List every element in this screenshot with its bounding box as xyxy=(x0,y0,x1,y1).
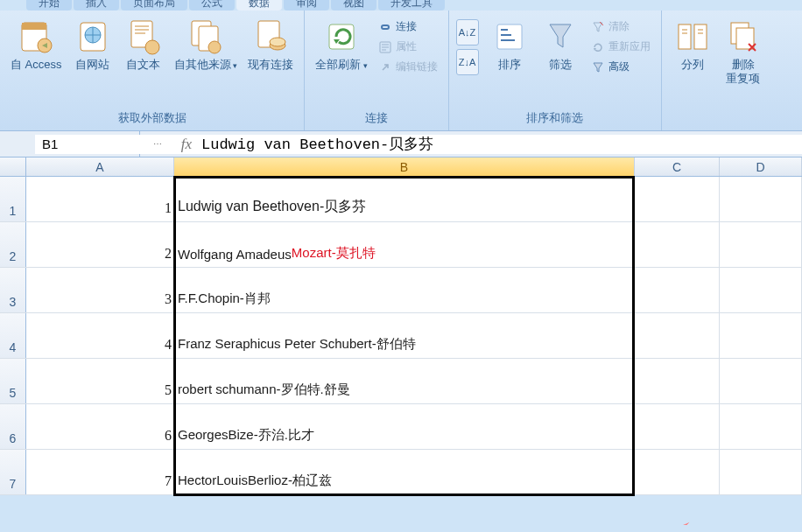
cell-D2[interactable] xyxy=(720,222,802,267)
name-box[interactable]: ▼ xyxy=(0,131,140,157)
svg-rect-16 xyxy=(679,24,691,49)
row-header-5[interactable]: 5 xyxy=(0,359,26,403)
text-to-columns-button[interactable]: 分列 xyxy=(669,14,716,74)
select-all-corner[interactable] xyxy=(0,158,26,176)
chevron-down-icon: ▾ xyxy=(231,61,238,70)
text-icon xyxy=(126,18,161,56)
tab-layout[interactable]: 页面布局 xyxy=(121,0,187,10)
from-other-button[interactable]: 自其他来源 ▾ xyxy=(171,14,242,74)
reapply-button[interactable]: 重新应用 xyxy=(587,38,654,56)
reapply-icon xyxy=(591,40,605,54)
tab-formulas[interactable]: 公式 xyxy=(189,0,235,10)
col-header-A[interactable]: A xyxy=(26,158,174,176)
tab-dev[interactable]: 开发工具 xyxy=(378,0,445,10)
column-headers: A B C D xyxy=(0,158,802,177)
tab-data[interactable]: 数据 xyxy=(236,0,282,10)
cell-B6[interactable]: GeorgesBize-乔治.比才 xyxy=(174,404,635,449)
cell-C3[interactable] xyxy=(635,268,720,312)
filter-button[interactable]: 筛选 xyxy=(537,14,584,74)
cell-C5[interactable] xyxy=(635,359,720,403)
cell-A3[interactable]: 3 xyxy=(26,268,174,312)
tab-insert[interactable]: 插入 xyxy=(74,0,119,10)
other-sources-icon xyxy=(188,18,223,56)
col-header-B[interactable]: B xyxy=(174,158,635,176)
clear-filter-button[interactable]: 清除 xyxy=(587,18,654,36)
sort-az-button[interactable]: A↓Z xyxy=(456,19,479,46)
cell-B4[interactable]: Franz Seraphicus Peter Schubert-舒伯特 xyxy=(174,313,635,358)
existing-connections-button[interactable]: 现有连接 xyxy=(244,14,297,74)
cell-B3[interactable]: F.F.Chopin-肖邦 xyxy=(174,268,635,312)
cell-D3[interactable] xyxy=(720,268,802,312)
clear-icon xyxy=(591,20,605,34)
cell-A5[interactable]: 5 xyxy=(26,359,174,403)
tab-view[interactable]: 视图 xyxy=(331,0,376,10)
cell-D4[interactable] xyxy=(720,313,802,358)
cell-D5[interactable] xyxy=(720,359,802,403)
cell-B1[interactable]: Ludwig van Beethoven-贝多芬 xyxy=(174,177,635,221)
from-access-button[interactable]: 自 Access xyxy=(7,14,66,74)
properties-icon xyxy=(378,40,392,54)
group-get-external-data: 自 Access 自网站 自文本 自其他来源 ▾ 现有连接 获取外部数据 xyxy=(0,10,305,130)
sort-button[interactable]: 排序 xyxy=(486,14,533,74)
group-label-sort: 排序和筛选 xyxy=(456,107,654,128)
row-header-4[interactable]: 4 xyxy=(0,313,26,358)
from-web-button[interactable]: 自网站 xyxy=(69,14,116,74)
access-icon xyxy=(18,18,53,56)
row-header-1[interactable]: 1 xyxy=(0,177,26,221)
formula-expand-button[interactable]: ⋯ xyxy=(140,139,175,149)
row-3: 33F.F.Chopin-肖邦 xyxy=(0,268,802,313)
row-header-3[interactable]: 3 xyxy=(0,268,26,312)
col-header-D[interactable]: D xyxy=(720,158,802,176)
cell-A4[interactable]: 4 xyxy=(26,313,174,358)
tab-review[interactable]: 审阅 xyxy=(284,0,329,10)
edit-links-button[interactable]: 编辑链接 xyxy=(375,58,441,76)
formula-input[interactable] xyxy=(198,135,802,154)
group-data-tools: 分列 删除 重复项 xyxy=(662,10,774,130)
cell-A7[interactable]: 7 xyxy=(26,450,174,494)
col-header-C[interactable]: C xyxy=(635,158,720,176)
from-text-button[interactable]: 自文本 xyxy=(120,14,167,74)
svg-rect-15 xyxy=(497,24,522,49)
svg-point-12 xyxy=(270,38,285,46)
row-header-6[interactable]: 6 xyxy=(0,404,26,449)
sort-icon xyxy=(492,18,527,56)
row-5: 55robert schumann-罗伯特.舒曼 xyxy=(0,359,802,404)
cell-A1[interactable]: 1 xyxy=(26,177,174,221)
formula-bar: ▼ ⋯ fx xyxy=(0,131,802,158)
fx-icon[interactable]: fx xyxy=(175,136,198,153)
funnel-icon xyxy=(543,18,578,56)
properties-button[interactable]: 属性 xyxy=(375,38,441,56)
cell-C6[interactable] xyxy=(635,404,720,449)
cell-A2[interactable]: 2 xyxy=(26,222,174,267)
advanced-icon xyxy=(591,60,605,74)
cell-C7[interactable] xyxy=(635,450,720,494)
refresh-all-button[interactable]: 全部刷新 ▾ xyxy=(312,14,371,74)
remove-duplicates-icon xyxy=(726,18,761,56)
edit-links-icon xyxy=(378,60,392,74)
cell-D6[interactable] xyxy=(720,404,802,449)
cell-C4[interactable] xyxy=(635,313,720,358)
cell-B7[interactable]: HectorLouisBerlioz-柏辽兹 xyxy=(174,450,635,494)
refresh-icon xyxy=(324,18,359,56)
cell-C1[interactable] xyxy=(635,177,720,221)
row-header-2[interactable]: 2 xyxy=(0,222,26,267)
cell-B2[interactable]: Wolfgang Amadeus Mozart-莫扎特 xyxy=(174,222,635,267)
remove-duplicates-button[interactable]: 删除 重复项 xyxy=(720,14,767,88)
row-7: 77HectorLouisBerlioz-柏辽兹 xyxy=(0,450,802,495)
svg-point-6 xyxy=(145,40,159,54)
connections-button[interactable]: 连接 xyxy=(375,18,441,36)
text-to-columns-icon xyxy=(675,18,710,56)
group-connections: 全部刷新 ▾ 连接 属性 编辑链接 连接 xyxy=(305,10,449,130)
cell-D1[interactable] xyxy=(720,177,802,221)
cell-D7[interactable] xyxy=(720,450,802,494)
existing-connections-icon xyxy=(253,18,288,56)
tab-home[interactable]: 开始 xyxy=(26,0,72,10)
row-header-7[interactable]: 7 xyxy=(0,450,26,494)
cell-B5[interactable]: robert schumann-罗伯特.舒曼 xyxy=(174,359,635,403)
sort-za-button[interactable]: Z↓A xyxy=(456,49,479,75)
spreadsheet-grid[interactable]: 11Ludwig van Beethoven-贝多芬22Wolfgang Ama… xyxy=(0,177,802,495)
cell-A6[interactable]: 6 xyxy=(26,404,174,449)
advanced-filter-button[interactable]: 高级 xyxy=(587,58,654,76)
cell-C2[interactable] xyxy=(635,222,720,267)
svg-rect-1 xyxy=(22,23,46,30)
